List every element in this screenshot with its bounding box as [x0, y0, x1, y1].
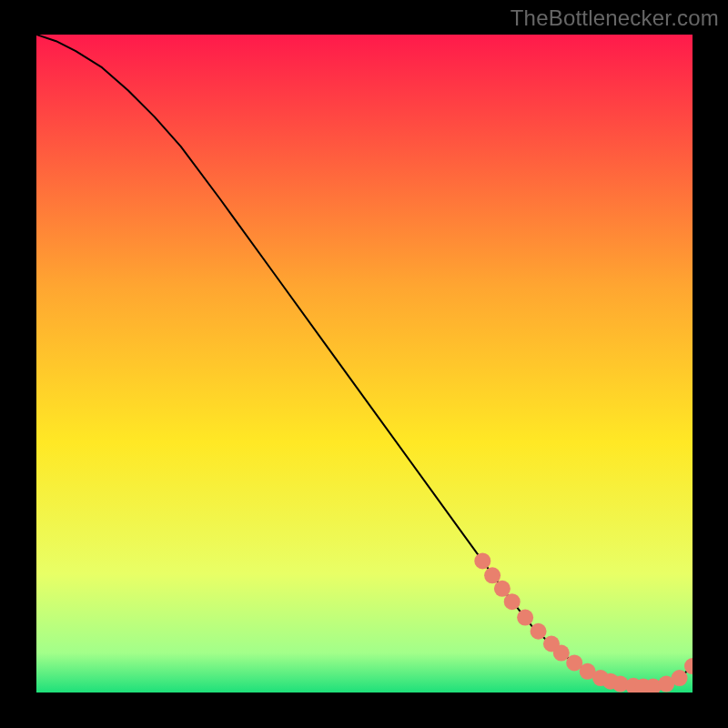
highlight-dot: [531, 623, 547, 640]
highlight-dot: [494, 581, 511, 597]
chart-stage: TheBottlenecker.com: [0, 0, 728, 728]
highlight-dot: [517, 610, 533, 626]
highlight-dot: [504, 593, 521, 610]
highlight-dot: [484, 567, 500, 583]
highlight-dot: [672, 670, 688, 686]
highlight-dot: [553, 645, 570, 662]
watermark-text: TheBottlenecker.com: [511, 5, 719, 31]
chart-svg: [36, 35, 693, 693]
highlight-dot: [474, 552, 490, 569]
gradient-background: [36, 35, 693, 693]
plot-area: [36, 35, 693, 693]
